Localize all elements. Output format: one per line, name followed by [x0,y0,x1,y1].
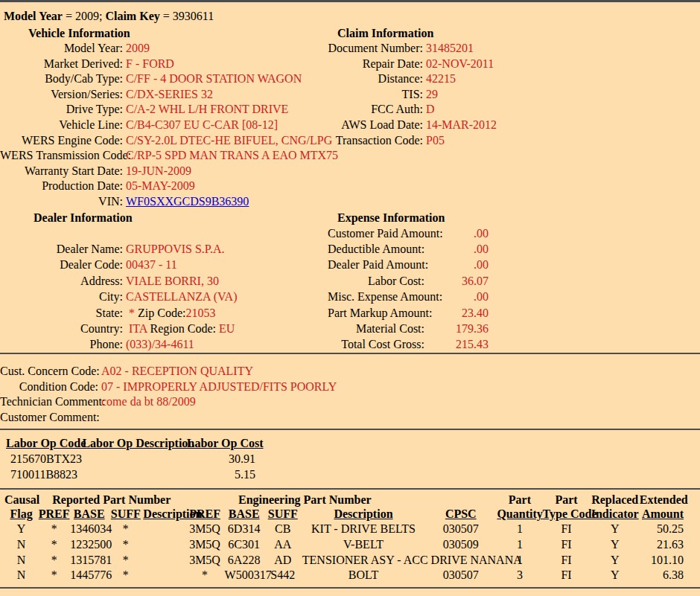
table-row: N * 1445776 * * W500317 S442 BOLT 030507… [4,568,697,583]
claim-key-label: Claim Key [105,10,159,22]
vin-label: VIN: [0,194,123,210]
field-value: 29 [426,88,438,100]
cpsc-cell: 030509 [424,537,497,553]
field-value: P05 [426,134,445,147]
flag-cell: N [4,537,38,553]
type-code-header: Type Code [543,507,591,522]
causal-group-header: Causal [4,493,38,507]
field-value: 31485201 [426,42,474,54]
info-row: Address:VIALE BORRI, 30 [0,273,328,289]
field-label: Production Date: [0,179,123,194]
table-row: N * 1232500 * 3M5Q 6C301 AA V-BELT 03050… [4,537,697,553]
engineering-base-cell: 6C301 [225,537,264,553]
engineering-pref-cell: 3M5Q [185,522,224,537]
info-row: Drive Type:C/A-2 WHL L/H FRONT DRIVE [0,102,328,118]
engineering-base-header: BASE [225,507,264,522]
amount-header: Amount [640,507,697,522]
field-label: Repair Date: [328,57,423,72]
info-row: Distance:42215 [328,71,700,87]
country-value: ITA [129,322,147,335]
claim-key-value: = 3930611 [163,10,214,22]
field-value: GRUPPOVIS S.P.A. [126,243,225,255]
field-label: Model Year: [0,41,123,57]
reported-pref-cell: * [38,568,70,583]
table-row: 215670BTX23 30.91 [6,451,259,467]
quantity-header: Quantity [497,507,542,522]
cpsc-header: CPSC [424,507,497,522]
labor-op-cost-header: Labor Op Cost [187,435,259,451]
field-value: 19-JUN-2009 [126,164,191,177]
vin-link[interactable]: WF0SXXGCDS9B36390 [126,195,249,208]
field-label: Vehicle Line: [0,118,123,133]
field-value: .00 [424,257,489,272]
field-label: Warranty Start Date: [0,164,123,179]
labor-op-table: Labor Op Code Labor Op Description Labor… [6,435,259,483]
labor-op-section: Labor Op Code Labor Op Description Labor… [0,430,700,488]
info-row: City:CASTELLANZA (VA) [0,289,328,304]
reported-part-number-group-header: Reported Part Number [38,493,185,507]
vehicle-information-title: Vehicle Information [0,25,328,41]
field-value: .00 [424,225,489,241]
field-label: FCC Auth: [328,102,423,118]
phone-row: Phone:(033)/34-4611 [0,336,328,352]
region-code-label: Region Code: [150,322,216,335]
reported-description-cell [143,553,185,568]
engineering-base-cell: 6D314 [225,522,264,537]
reported-suff-cell: * [108,553,143,568]
info-row: Market Derived:F - FORD [0,57,328,72]
type-code-cell: FI [543,553,591,568]
field-value: F - FORD [126,57,174,70]
indicator-cell: Y [591,522,640,537]
field-value: .00 [424,241,489,257]
reported-pref-cell: * [38,522,70,537]
warranty-claim-report: Model Year = 2009; Claim Key = 3930611 V… [0,0,700,596]
indicator-cell: Y [591,568,640,583]
field-label: Market Derived: [0,57,123,72]
field-label: City: [0,289,123,304]
flag-cell: N [4,568,38,583]
engineering-suff-header: SUFF [264,507,302,522]
field-label: Part Markup Amount: [328,305,424,321]
extended-group-header: Extended [640,493,697,507]
dealer-expense-section: Dealer Information Dealer Name:GRUPPOVIS… [0,210,700,353]
amount-cell: 50.25 [640,522,697,537]
field-value: 42215 [426,72,456,85]
parts-table: Causal Reported Part Number Engineering … [4,493,697,583]
reported-base-header: BASE [70,507,108,522]
field-value: C/FF - 4 DOOR STATION WAGON [126,72,302,85]
field-label: Dealer Name: [0,241,123,257]
reported-description-cell [143,522,185,537]
field-label: Document Number: [328,41,423,57]
labor-op-code-cell: 215670BTX23 [6,451,82,467]
labor-op-description-cell [82,451,186,467]
field-label: Deductible Amount: [328,241,424,257]
reported-suff-cell: * [108,568,143,583]
engineering-pref-cell: 3M5Q [185,537,224,553]
reported-base-cell: 1232500 [70,537,108,553]
info-row: TIS:29 [328,87,700,103]
parts-section: Causal Reported Part Number Engineering … [0,490,700,587]
vehicle-claim-section: Vehicle Information Model Year:2009 Mark… [0,25,700,210]
field-value: VIALE BORRI, 30 [126,275,219,287]
info-row: Body/Cab Type:C/FF - 4 DOOR STATION WAGO… [0,71,328,87]
labor-op-cost-cell: 5.15 [187,467,259,483]
concern-row: Condition Code:07 - IMPROPERLY ADJUSTED/… [0,379,700,395]
indicator-header: Indicator [591,507,640,522]
info-row: Dealer Name:GRUPPOVIS S.P.A. [0,241,328,257]
field-label: WERS Transmission Code: [0,148,123,164]
info-row: Dealer Code:00437 - 11 [0,257,328,272]
quantity-cell: 3 [497,568,542,583]
reported-base-cell: 1315781 [70,553,108,568]
bottom-rule [0,587,700,589]
field-label: Distance: [328,71,423,87]
country-label: Country: [0,321,123,336]
field-label: Condition Code: [0,379,98,395]
labor-op-code-header: Labor Op Code [6,435,82,451]
indicator-cell: Y [591,537,640,553]
claim-information-title: Claim Information [328,25,700,41]
state-zip-row: State: * Zip Code:21053 [0,305,328,321]
expense-row: Dealer Paid Amount:.00 [328,257,700,272]
engineering-part-number-group-header: Engineering Part Number [185,493,424,507]
field-label: Customer Comment: [0,410,98,426]
expense-row: Material Cost:179.36 [328,321,700,336]
